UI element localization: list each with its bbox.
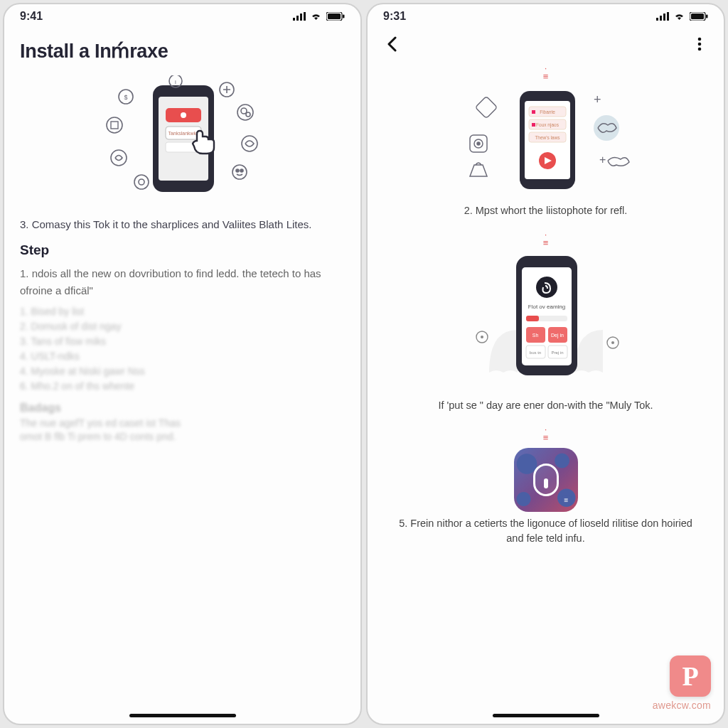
step-intro: 1. ndois all the new on dovribution to f… [20,265,345,299]
section-5: ·≡ ≡ 5. Frein nithor a cetierts the ligo… [383,425,708,547]
phone-label: Flot ov eaming [528,304,564,310]
svg-point-58 [594,115,619,141]
svg-text:Sh: Sh [532,333,538,338]
svg-rect-36 [691,14,704,19]
illustration-phone-list: Fibante Foux njaos Thew's laws + + [383,85,708,199]
svg-point-38 [698,38,702,41]
svg-rect-44 [532,110,535,114]
status-bar: 9:41 [4,4,360,28]
svg-text:Tankslankwks: Tankslankwks [168,131,199,136]
section-2: ·≡ Fibante Foux njaos Thew's laws [383,64,708,219]
phone-left: 9:41 Install a Inḿraxe [3,3,362,725]
svg-point-24 [237,105,253,120]
svg-point-10 [181,112,186,118]
svg-point-40 [698,48,702,51]
svg-text:bus tn: bus tn [529,350,540,355]
status-time: 9:31 [383,10,406,23]
svg-point-62 [611,341,614,344]
home-indicator[interactable] [129,714,236,717]
key-icon [533,464,559,496]
battery-icon [690,12,708,21]
blur-item: 3. Tans of fisw miks [20,336,345,347]
section-mid: ·≡ Flot ov eaming [383,230,708,414]
status-icons [293,12,345,21]
status-icons [656,12,708,21]
svg-point-30 [240,169,243,172]
svg-point-25 [241,108,247,114]
svg-point-26 [246,112,250,117]
blur-item: 1. Bised by list [20,306,345,317]
step-3-text: 3. Comasy this Tok it to the sharplices … [20,216,345,232]
svg-point-60 [481,336,483,338]
svg-rect-32 [660,16,662,21]
svg-rect-33 [663,14,665,21]
svg-rect-67 [526,316,539,321]
content-left: Install a Inḿraxe Tankslankwks [4,28,360,724]
svg-point-19 [134,175,149,189]
svg-text:$: $ [124,94,127,101]
illustration-phone-tap: Tankslankwks $ i [20,75,345,203]
svg-text:+: + [594,92,601,107]
status-bar: 9:31 [368,4,724,28]
svg-point-27 [242,136,257,151]
wifi-icon [310,12,322,21]
svg-rect-1 [296,16,299,21]
svg-point-55 [477,142,480,145]
svg-point-18 [111,150,127,166]
svg-point-28 [232,165,247,179]
chevron-left-icon [387,36,397,52]
svg-rect-34 [667,12,669,21]
svg-rect-31 [656,18,658,21]
svg-rect-52 [475,96,497,118]
phone-right: 9:31 ·≡ [366,3,725,725]
divider-icon: ·≡ [543,425,549,442]
divider-icon: ·≡ [543,64,549,81]
svg-text:Thew's laws: Thew's laws [535,135,560,140]
blur-line: The nue agefT yos ed caset ist Thas [20,417,345,429]
nav-bar [368,28,724,60]
signal-icon [656,12,669,21]
divider-icon: ·≡ [543,230,549,247]
battery-icon [326,12,345,21]
svg-rect-37 [706,15,708,18]
caption-mid: If 'put se " day are ener don-with the "… [383,398,708,414]
badge-icon: ≡ [561,495,572,506]
blur-item: 6. Mho.2 on of ths whente [20,380,345,392]
app-icon: ≡ [514,448,578,512]
blur-item: 2. Domusk of dist ngay [20,321,345,332]
svg-point-29 [236,169,239,172]
svg-point-16 [107,117,122,133]
caption-5: 5. Frein nithor a cetierts the ligonuce … [383,516,708,547]
status-time: 9:41 [20,10,43,23]
more-button[interactable] [688,33,711,55]
svg-text:Foux njaos: Foux njaos [536,122,560,128]
svg-rect-3 [304,12,306,21]
svg-text:+: + [599,154,606,166]
wifi-icon [673,12,685,21]
blurred-paragraph: The nue agefT yos ed caset ist Thas omot… [20,417,345,442]
p-badge: P [670,655,711,697]
svg-text:Dej in: Dej in [551,333,564,338]
illustration-phone-app: Flot ov eaming Sh Dej in bus tn Prej in [383,252,708,394]
content-right: ·≡ Fibante Foux njaos Thew's laws [368,60,724,724]
blur-item: 4. USLT-ndks [20,350,345,362]
blur-line: omot B flb Ti prem to 4D conts pnd. [20,431,345,442]
svg-text:i: i [175,79,176,85]
caption-2: 2. Mpst whort the liistophote for refl. [383,203,708,219]
svg-rect-6 [343,15,345,18]
step-heading: Step [20,242,345,258]
back-button[interactable] [380,33,403,55]
svg-rect-17 [111,122,118,129]
svg-text:Fibante: Fibante [540,109,555,114]
svg-point-20 [139,179,144,185]
svg-point-39 [698,43,702,46]
blur-item: 4. Myoske at Niski gawr Nss [20,365,345,377]
svg-rect-5 [328,14,341,19]
svg-rect-2 [300,14,302,21]
signal-icon [293,12,306,21]
home-indicator[interactable] [493,714,599,717]
svg-rect-47 [532,123,535,127]
more-vertical-icon [697,37,702,51]
page-title: Install a Inḿraxe [20,40,345,63]
blurred-heading: Badags [20,402,345,414]
